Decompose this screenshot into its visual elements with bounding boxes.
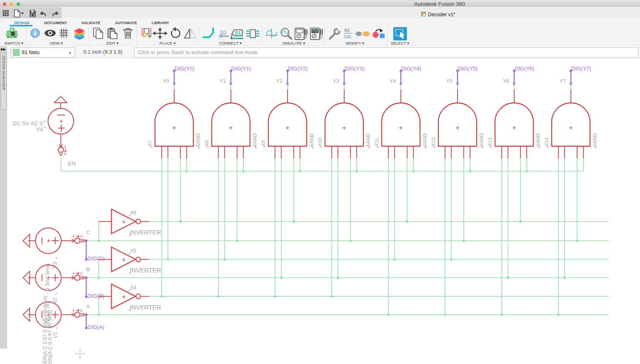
svg-text:D: D [80, 272, 82, 275]
svg-text:D: D [64, 152, 66, 155]
svg-text:Y2: Y2 [276, 78, 282, 84]
svg-text:4AND: 4AND [422, 133, 428, 147]
svg-text:X6: X6 [130, 210, 136, 216]
svg-text:D1: D1 [235, 30, 241, 35]
svg-text:X4: X4 [130, 285, 136, 291]
svg-text:DIG(Y6): DIG(Y6) [515, 65, 535, 72]
svg-text:X11: X11 [374, 138, 379, 146]
svg-text:+: + [55, 327, 59, 329]
svg-text:Y7: Y7 [560, 78, 566, 84]
svg-text:+: + [43, 125, 46, 130]
svg-text:4AND: 4AND [592, 133, 598, 147]
svg-text:DC 5V AC 0: DC 5V AC 0 [12, 120, 43, 127]
svg-text:X10: X10 [318, 138, 322, 146]
svg-text:X8: X8 [204, 140, 209, 146]
svg-text:X7: X7 [148, 140, 152, 146]
svg-text:DIG(A): DIG(A) [88, 324, 104, 330]
svg-text:DIG(C): DIG(C) [88, 255, 105, 262]
svg-text:+: + [55, 293, 59, 295]
svg-text:DIG(Y5): DIG(Y5) [458, 65, 478, 72]
svg-text:4AND: 4AND [365, 133, 371, 147]
svg-text:4AND: 4AND [252, 133, 258, 147]
svg-text:0 3ms 5ms): 0 3ms 5ms) [45, 264, 50, 291]
svg-text:V1: V1 [52, 332, 58, 338]
svg-text:Y6: Y6 [503, 78, 509, 84]
svg-text:D: D [80, 235, 82, 238]
svg-text:10k: 10k [344, 34, 351, 39]
svg-text:DIG(Y1): DIG(Y1) [231, 65, 251, 72]
svg-text:INVERTER: INVERTER [130, 267, 161, 274]
svg-text:V2: V2 [52, 298, 58, 304]
svg-text:D: D [80, 309, 82, 312]
svg-text:V3: V3 [52, 262, 58, 268]
svg-text:DIG(B): DIG(B) [88, 293, 104, 299]
svg-text:4AND: 4AND [309, 133, 315, 147]
svg-text:V4: V4 [36, 126, 43, 132]
svg-text:DIG(Y3): DIG(Y3) [345, 65, 365, 72]
svg-text:DIG(Y2): DIG(Y2) [288, 65, 308, 72]
svg-text:+: + [55, 257, 59, 259]
svg-text:Y1: Y1 [220, 78, 226, 84]
svg-text:SIN(A C 0 0.97 3n 5ms): SIN(A C 0 0.97 3n 5ms) [47, 310, 53, 364]
svg-text:X14: X14 [544, 137, 549, 146]
svg-text:X12: X12 [431, 138, 436, 146]
svg-text:4AND: 4AND [479, 133, 485, 147]
svg-text:4AND: 4AND [195, 133, 201, 147]
svg-text:INVERTER: INVERTER [130, 304, 161, 311]
svg-text:A: A [72, 235, 75, 238]
svg-text:X5: X5 [130, 248, 136, 254]
svg-text:Y5: Y5 [446, 78, 452, 84]
svg-text:X13: X13 [488, 138, 492, 146]
svg-text:INVERTER: INVERTER [130, 229, 161, 236]
svg-text:B: B [86, 266, 90, 272]
svg-text:+: + [43, 119, 46, 124]
svg-text:DIG(Y4): DIG(Y4) [401, 65, 421, 72]
svg-text:X9: X9 [261, 140, 266, 146]
svg-text:D1: D1 [220, 30, 227, 35]
svg-text:DIG(Y0): DIG(Y0) [175, 65, 195, 72]
svg-text:R2: R2 [345, 28, 350, 33]
svg-text:EN: EN [68, 160, 76, 167]
svg-text:4AND: 4AND [535, 133, 541, 147]
svg-text:C: C [86, 229, 90, 235]
svg-text:A: A [86, 303, 90, 309]
svg-text:DIG(Y7): DIG(Y7) [571, 65, 591, 72]
svg-text:A: A [64, 145, 66, 148]
svg-text:Y0: Y0 [163, 78, 169, 84]
svg-text:Y4: Y4 [390, 78, 396, 84]
svg-text:A: A [72, 309, 75, 312]
svg-text:A: A [72, 272, 75, 275]
svg-text:+: + [47, 264, 51, 267]
svg-text:Y3: Y3 [333, 78, 339, 84]
